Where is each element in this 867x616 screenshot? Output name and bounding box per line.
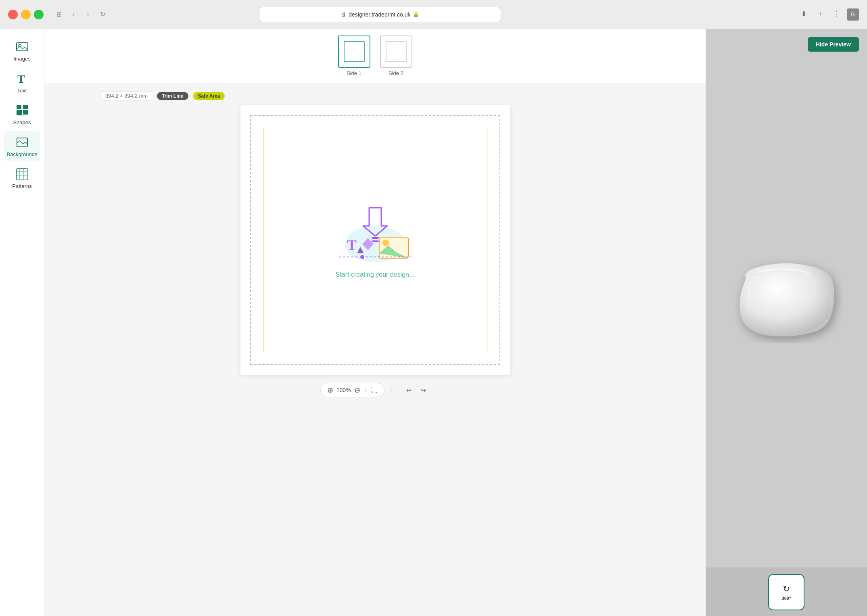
redo-btn[interactable]: ↪	[417, 384, 430, 397]
downloads-icon[interactable]: ⬇	[798, 8, 810, 20]
zoom-control: ⊕ 100% ⊖ | ⛶	[320, 383, 384, 397]
secure-icon: 🔒	[413, 11, 419, 17]
svg-rect-0	[17, 43, 28, 51]
traffic-light-yellow[interactable]	[21, 10, 31, 19]
svg-point-28	[360, 255, 365, 259]
sidebar-item-text[interactable]: T Text	[4, 67, 40, 98]
side2-thumbnail[interactable]: Side 2	[380, 35, 412, 76]
zoom-level: 100%	[336, 387, 351, 393]
backgrounds-icon	[15, 135, 29, 150]
text-icon: T	[15, 71, 29, 86]
nav-back[interactable]: ‹	[68, 9, 79, 20]
sidebar: Images T Text Shapes	[0, 29, 44, 616]
svg-rect-17	[372, 237, 379, 239]
image-icon	[15, 40, 29, 54]
main-content: Side 1 Side 2 394.2 × 394.2 mm Trim Line…	[44, 29, 706, 616]
rotate-icon: ↻	[783, 584, 790, 594]
top-toolbar: Side 1 Side 2	[44, 29, 706, 83]
bottom-toolbar: ⊕ 100% ⊖ | ⛶ | ↩ ↪	[320, 383, 430, 397]
svg-text:T: T	[347, 237, 357, 253]
canvas-area: 394.2 × 394.2 mm Trim Line Safe Area	[44, 83, 706, 616]
svg-rect-13	[344, 42, 364, 62]
address-bar[interactable]: 🖨 designer.tradeprint.co.uk 🔒	[259, 7, 501, 22]
dimension-label: 394.2 × 394.2 mm	[101, 91, 152, 100]
side1-thumbnail[interactable]: Side 1	[338, 35, 370, 76]
side2-thumb-img	[380, 35, 412, 68]
rotate-label: 360°	[782, 596, 791, 601]
browser-actions: ⬇ ＋ ⋮ G	[798, 8, 859, 21]
sidebar-label-backgrounds: Backgrounds	[7, 151, 38, 157]
zoom-out-btn[interactable]: ⊖	[354, 386, 360, 395]
preview-panel: Hide Preview	[706, 29, 867, 616]
undo-btn[interactable]: ↩	[402, 384, 415, 397]
safe-area-badge: Safe Area	[193, 92, 225, 100]
menu-icon[interactable]: ⋮	[831, 8, 842, 20]
svg-rect-6	[23, 105, 28, 109]
sidebar-item-backgrounds[interactable]: Backgrounds	[4, 131, 40, 161]
canvas-outer[interactable]: T	[250, 115, 500, 365]
traffic-lights	[8, 10, 44, 19]
traffic-light-red[interactable]	[8, 10, 18, 19]
svg-rect-3	[17, 110, 22, 115]
hide-preview-button[interactable]: Hide Preview	[808, 37, 859, 52]
svg-rect-5	[17, 105, 21, 109]
sidebar-item-patterns[interactable]: Patterns	[4, 163, 40, 193]
shapes-icon	[15, 103, 29, 118]
nav-sidebar-toggle[interactable]: ⊞	[53, 9, 65, 20]
side1-thumb-img	[338, 35, 370, 68]
svg-rect-8	[17, 169, 28, 180]
svg-rect-4	[23, 110, 28, 115]
design-illustration: T	[335, 202, 416, 266]
url-text: designer.tradeprint.co.uk	[349, 11, 410, 18]
sidebar-label-images: Images	[13, 56, 31, 62]
svg-rect-14	[386, 42, 406, 62]
traffic-light-green[interactable]	[34, 10, 44, 19]
toolbar-separator: |	[391, 386, 393, 394]
side2-label: Side 2	[389, 70, 403, 76]
fit-zoom-btn[interactable]: ⛶	[371, 386, 378, 394]
sidebar-label-shapes: Shapes	[13, 119, 31, 125]
rotate-360-button[interactable]: ↻ 360°	[768, 574, 804, 610]
sidebar-item-images[interactable]: Images	[4, 35, 40, 66]
preview-header: Hide Preview	[808, 37, 859, 52]
start-creating-text: Start creating your design...	[336, 271, 415, 278]
new-tab-icon[interactable]: ＋	[815, 8, 826, 20]
browser-chrome: ⊞ ‹ › ↻ 🖨 designer.tradeprint.co.uk 🔒 ⬇ …	[0, 0, 867, 29]
browser-nav: ⊞ ‹ › ↻	[53, 9, 108, 20]
extension-icon[interactable]: G	[847, 8, 859, 21]
svg-text:T: T	[17, 73, 25, 85]
canvas-wrapper: T	[240, 105, 510, 375]
sidebar-item-shapes[interactable]: Shapes	[4, 99, 40, 129]
side1-label: Side 1	[347, 70, 361, 76]
pillow-3d-image	[730, 254, 843, 343]
zoom-in-btn[interactable]: ⊕	[327, 386, 333, 395]
svg-point-24	[382, 240, 389, 246]
trim-line-badge: Trim Line	[157, 92, 188, 100]
nav-forward[interactable]: ›	[82, 9, 94, 20]
canvas-center: T	[335, 202, 416, 278]
svg-rect-18	[372, 240, 379, 242]
nav-refresh[interactable]: ↻	[97, 9, 108, 20]
preview-3d-area	[706, 29, 867, 568]
site-icon: 🖨	[341, 11, 346, 17]
app-container: Images T Text Shapes	[0, 29, 867, 616]
zoom-separator: |	[365, 387, 367, 393]
history-buttons: ↩ ↪	[402, 384, 430, 397]
patterns-icon	[15, 167, 29, 182]
preview-bottom: ↻ 360°	[706, 568, 867, 616]
sidebar-label-patterns: Patterns	[12, 183, 31, 189]
canvas-info-bar: 394.2 × 394.2 mm Trim Line Safe Area	[101, 91, 225, 100]
sidebar-label-text: Text	[17, 88, 27, 94]
